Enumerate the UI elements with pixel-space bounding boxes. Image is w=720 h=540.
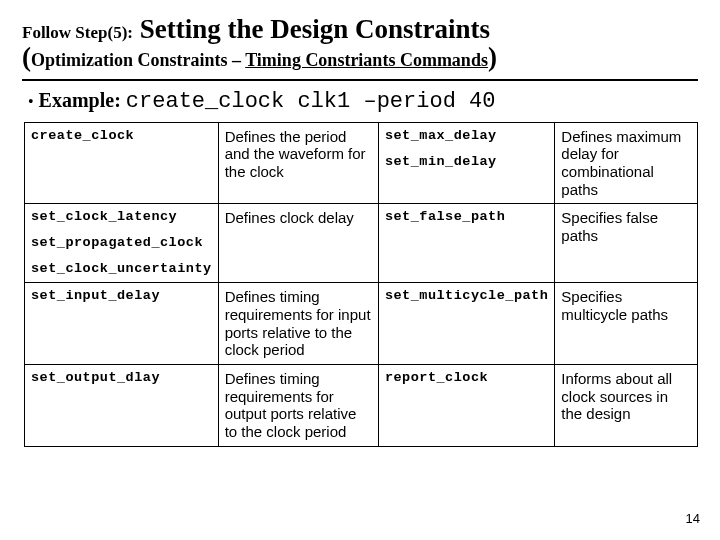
slide: Follow Step(5): Setting the Design Const… <box>0 0 720 540</box>
cmd-cell: set_multicycle_path <box>378 283 554 365</box>
slide-title-line2: (Optimization Constraints – Timing Const… <box>22 43 698 73</box>
desc-cell: Specifies multicycle paths <box>555 283 698 365</box>
cmd-cell: create_clock <box>25 122 219 204</box>
desc-cell: Defines clock delay <box>218 204 378 283</box>
desc-cell: Defines timing requirements for input po… <box>218 283 378 365</box>
subtitle-a: Optimization Constraints – <box>31 50 245 70</box>
desc-cell: Defines maximum delay for combinational … <box>555 122 698 204</box>
paren-close: ) <box>488 42 497 72</box>
example-code: create_clock clk1 –period 40 <box>126 89 496 114</box>
table-row: set_clock_latency set_propagated_clock s… <box>25 204 698 283</box>
example-line: • Example: create_clock clk1 –period 40 <box>28 89 698 114</box>
desc-cell: Defines timing requirements for output p… <box>218 365 378 447</box>
table-row: set_output_dlay Defines timing requireme… <box>25 365 698 447</box>
example-label: Example: <box>39 89 121 111</box>
slide-title-line1: Follow Step(5): Setting the Design Const… <box>22 14 698 45</box>
cmd-cell: set_false_path <box>378 204 554 283</box>
cmd-text: set_propagated_clock <box>31 235 212 251</box>
desc-cell: Informs about all clock sources in the d… <box>555 365 698 447</box>
cmd-cell: set_input_delay <box>25 283 219 365</box>
title-prefix: Follow Step(5): <box>22 23 133 42</box>
title-main: Setting the Design Constraints <box>140 14 490 44</box>
page-number: 14 <box>686 511 700 526</box>
desc-cell: Specifies false paths <box>555 204 698 283</box>
cmd-text: set_clock_latency <box>31 209 177 224</box>
table-row: create_clock Defines the period and the … <box>25 122 698 204</box>
cmd-text: set_clock_uncertainty <box>31 261 212 277</box>
bullet-icon: • <box>28 93 34 110</box>
cmd-cell: report_clock <box>378 365 554 447</box>
cmd-text: set_max_delay <box>385 128 497 143</box>
cmd-cell: set_max_delay set_min_delay <box>378 122 554 204</box>
cmd-cell: set_output_dlay <box>25 365 219 447</box>
subtitle-b: Timing Constriants Commands <box>245 50 488 70</box>
cmd-cell: set_clock_latency set_propagated_clock s… <box>25 204 219 283</box>
desc-cell: Defines the period and the waveform for … <box>218 122 378 204</box>
commands-table: create_clock Defines the period and the … <box>24 122 698 447</box>
paren-open: ( <box>22 42 31 72</box>
cmd-text: set_min_delay <box>385 154 548 170</box>
divider <box>22 79 698 81</box>
table-row: set_input_delay Defines timing requireme… <box>25 283 698 365</box>
